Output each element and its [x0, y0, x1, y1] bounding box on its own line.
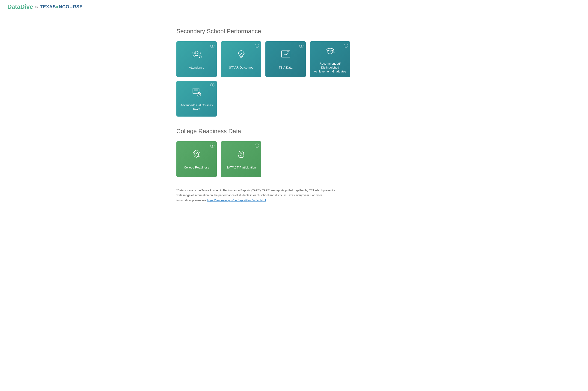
footnote: *Data source is the Texas Academic Perfo…	[176, 188, 338, 203]
advanced-courses-card[interactable]: i	[176, 81, 217, 116]
tsia-info-icon[interactable]: i	[299, 44, 303, 48]
attendance-info-icon[interactable]: i	[210, 44, 214, 48]
tsia-data-card[interactable]: i TSIA Data	[265, 41, 306, 77]
college-section-title: College Readiness Data	[176, 128, 412, 135]
logo: DataDive by TEXAS●NCOURSE	[7, 3, 82, 10]
attendance-icon	[191, 49, 202, 64]
recommended-info-icon[interactable]: i	[344, 44, 348, 48]
secondary-card-grid-row2: i	[176, 81, 412, 116]
footnote-link[interactable]: https://tea.texas.gov/perfreport/tapr/in…	[207, 199, 266, 202]
sat-act-label: SAT/ACT Participation	[226, 166, 256, 170]
staar-icon	[236, 49, 247, 64]
recommended-label: Recommended/ Distinguished Achievement G…	[313, 62, 347, 74]
advanced-info-icon[interactable]: i	[210, 83, 214, 87]
svg-point-2	[198, 52, 201, 54]
attendance-label: Attendance	[189, 66, 204, 70]
svg-point-24	[196, 152, 197, 154]
sat-act-card[interactable]: i SAT/ACT Participation	[221, 141, 261, 177]
advanced-label: Advanced/Dual Courses Taken	[179, 103, 214, 111]
main-content: Secondary School Performance i A	[167, 14, 421, 212]
college-readiness-info-icon[interactable]: i	[210, 144, 214, 148]
svg-point-1	[193, 52, 195, 54]
footnote-text-end: .	[266, 199, 266, 202]
sat-act-icon	[236, 149, 247, 163]
logo-toc: TEXAS●NCOURSE	[40, 4, 82, 9]
logo-by: by	[35, 5, 38, 8]
recommended-graduates-card[interactable]: i Recommended/ Distinguished Achievement…	[310, 41, 350, 77]
advanced-icon	[191, 87, 202, 101]
college-card-grid: i College Readiness i	[176, 141, 412, 177]
secondary-section: Secondary School Performance i A	[176, 28, 412, 116]
svg-point-0	[195, 51, 198, 54]
logo-datadive: DataDive	[7, 3, 33, 10]
logo-pin-icon: ●	[56, 4, 59, 9]
staar-info-icon[interactable]: i	[255, 44, 259, 48]
college-section: College Readiness Data i College Readine…	[176, 128, 412, 177]
staar-outcomes-card[interactable]: i STAAR Outcomes	[221, 41, 261, 77]
secondary-section-title: Secondary School Performance	[176, 28, 412, 35]
page-header: DataDive by TEXAS●NCOURSE	[0, 0, 588, 14]
college-readiness-card[interactable]: i College Readiness	[176, 141, 217, 177]
college-readiness-label: College Readiness	[184, 166, 209, 170]
secondary-card-grid: i Attendance i	[176, 41, 412, 77]
tsia-label: TSIA Data	[279, 66, 292, 70]
college-readiness-icon	[191, 149, 202, 163]
attendance-card[interactable]: i Attendance	[176, 41, 217, 77]
sat-act-info-icon[interactable]: i	[255, 144, 259, 148]
tsia-icon	[280, 49, 291, 64]
staar-label: STAAR Outcomes	[229, 66, 253, 70]
recommended-icon	[325, 45, 335, 60]
